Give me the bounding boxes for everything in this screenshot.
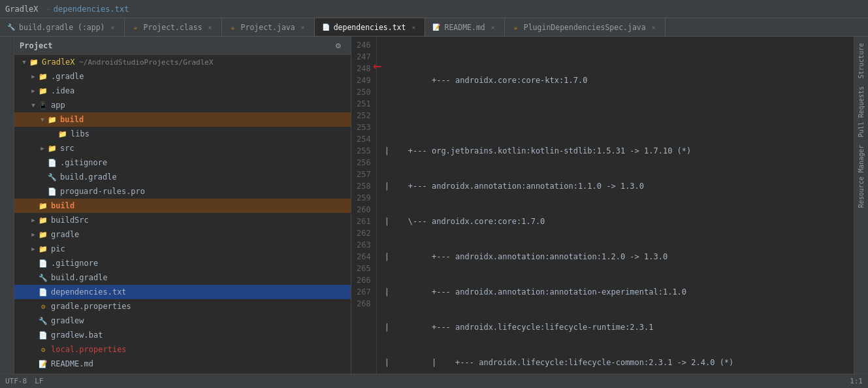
tree-item-pic[interactable]: ▶ 📁 pic xyxy=(14,242,351,256)
tab-close-icon[interactable]: ✕ xyxy=(298,23,308,32)
line-num: 261 xyxy=(357,216,371,227)
line-num: 255 xyxy=(357,145,371,157)
code-content[interactable]: +--- androidx.core:core-ktx:1.7.0 ← | +-… xyxy=(377,37,854,374)
title-bar: GradleX – dependencies.txt xyxy=(0,0,868,18)
tree-arrow-root: ▼ xyxy=(20,59,29,65)
tree-arrow: ▼ xyxy=(38,116,47,123)
tree-item-label: gradlew xyxy=(51,316,84,325)
tree-item-build-gradle-root[interactable]: 🔧 build.gradle xyxy=(14,270,351,285)
tree-item-build-root[interactable]: 📁 build xyxy=(14,199,351,213)
tree-item-src[interactable]: ▶ 📁 src xyxy=(14,141,351,155)
tree-item-label: .gitignore xyxy=(51,259,98,268)
tree-item-gradlew[interactable]: 🔧 gradlew xyxy=(14,314,351,328)
line-num: 262 xyxy=(357,227,371,239)
gitignore-root-icon: 📄 xyxy=(38,258,48,268)
tree-arrow: ▶ xyxy=(29,88,38,94)
tree-item-label: proguard-rules.pro xyxy=(60,187,145,196)
tree-item-build-app[interactable]: ▼ 📁 build xyxy=(14,112,351,127)
tab-close-icon[interactable]: ✕ xyxy=(489,23,498,32)
tab-project-java[interactable]: ☕ Project.java ✕ xyxy=(222,18,315,36)
folder-icon: 📁 xyxy=(38,229,48,240)
right-strip-resource-manager[interactable]: Resource Manager xyxy=(858,141,865,212)
line-num: 263 xyxy=(357,239,371,251)
tab-label: build.gradle (:app) xyxy=(19,23,105,32)
proguard-file-icon: 📄 xyxy=(47,186,57,197)
tree-item-gradle-hidden[interactable]: ▶ 📁 .gradle xyxy=(14,69,351,84)
title-separator: – xyxy=(46,5,51,14)
project-options-button[interactable]: ⚙ xyxy=(331,39,346,53)
status-bar: UTF-8 LF 1:1 xyxy=(0,374,868,388)
folder-icon: 📁 xyxy=(38,244,48,254)
tree-item-dependencies-txt[interactable]: 📄 dependencies.txt ← xyxy=(14,285,351,299)
line-num: 264 xyxy=(357,251,371,263)
tree-item-local-properties[interactable]: ⚙ local.properties xyxy=(14,342,351,357)
tree-item-build-gradle-app[interactable]: 🔧 build.gradle xyxy=(14,170,351,184)
tab-close-icon[interactable]: ✕ xyxy=(409,23,418,32)
code-line: | +--- androidx.annotation:annotation:1.… xyxy=(385,251,846,263)
tree-item-label: gradle xyxy=(51,230,79,239)
project-tree[interactable]: ▼ 📁 GradleX ~/AndroidStudioProjects/Grad… xyxy=(14,55,351,374)
tree-item-libs[interactable]: 📁 libs xyxy=(14,127,351,141)
tree-root-path: ~/AndroidStudioProjects/GradleX xyxy=(75,58,214,67)
src-folder-icon: 📁 xyxy=(47,143,57,154)
tree-item-label: app xyxy=(51,101,65,110)
tree-item-gradlew-bat[interactable]: 📄 gradlew.bat xyxy=(14,328,351,342)
tree-item-label: buildSrc xyxy=(51,216,89,225)
tree-item-proguard[interactable]: 📄 proguard-rules.pro xyxy=(14,184,351,199)
tree-item-label: src xyxy=(60,144,74,153)
tree-item-idea[interactable]: ▶ 📁 .idea xyxy=(14,84,351,98)
tree-item-gradle-properties[interactable]: ⚙ gradle.properties xyxy=(14,299,351,314)
tree-item-gitignore-root[interactable]: 📄 .gitignore xyxy=(14,256,351,270)
java-file-icon2: ☕ xyxy=(511,23,521,32)
tab-close-icon[interactable]: ✕ xyxy=(206,23,215,32)
line-num: 253 xyxy=(357,121,371,133)
tree-item-label: build xyxy=(60,115,84,124)
tree-item-readme[interactable]: 📝 README.md xyxy=(14,357,351,371)
tab-bar: 🔧 build.gradle (:app) ✕ ☕ Project.class … xyxy=(0,18,868,37)
tab-readme[interactable]: 📝 README.md ✕ xyxy=(425,18,504,36)
line-num: 247 xyxy=(357,51,371,63)
tab-close-icon[interactable]: ✕ xyxy=(649,23,658,32)
gradle-file-icon: 🔧 xyxy=(7,23,16,32)
code-line: | | +--- androidx.lifecycle:lifecycle-co… xyxy=(385,357,846,368)
gradle-root-icon: 🔧 xyxy=(38,272,48,283)
tree-item-label: build.gradle xyxy=(51,273,108,282)
tree-arrow: ▶ xyxy=(29,246,38,252)
root-folder-icon: 📁 xyxy=(29,57,39,67)
line-num: 251 xyxy=(357,98,371,110)
md-file-icon: 📝 xyxy=(432,23,441,32)
tab-label: dependencies.txt xyxy=(334,23,406,32)
tree-item-gitignore-app[interactable]: 📄 .gitignore xyxy=(14,155,351,170)
right-strip-pull-requests[interactable]: Pull Requests xyxy=(858,82,865,141)
status-line-ending: LF xyxy=(35,377,43,385)
right-strip-structure[interactable]: Structure xyxy=(858,39,865,82)
folder-icon: 📁 xyxy=(57,129,68,139)
line-num: 260 xyxy=(357,204,371,216)
line-num: 268 xyxy=(357,298,371,310)
tree-item-app[interactable]: ▼ 📱 app xyxy=(14,98,351,112)
txt-file-icon: 📄 xyxy=(321,23,330,32)
tab-label: README.md xyxy=(444,23,485,32)
code-area[interactable]: 246 247 248 249 250 251 252 253 254 255 … xyxy=(351,37,854,374)
build-root-folder-icon: 📁 xyxy=(38,201,48,211)
line-num: 258 xyxy=(357,180,371,192)
line-num: 248 xyxy=(357,63,371,74)
tree-root-item[interactable]: ▼ 📁 GradleX ~/AndroidStudioProjects/Grad… xyxy=(14,55,351,69)
tree-item-label: .gitignore xyxy=(60,158,107,167)
tree-arrow: ▶ xyxy=(29,73,38,80)
status-cursor: 1:1 xyxy=(850,377,863,385)
tree-item-label: README.md xyxy=(51,359,93,368)
tree-item-label: pic xyxy=(51,244,65,253)
tab-build-gradle-app[interactable]: 🔧 build.gradle (:app) ✕ xyxy=(0,18,125,36)
java-file-icon: ☕ xyxy=(229,23,238,32)
tab-close-icon[interactable]: ✕ xyxy=(108,23,118,32)
tree-item-buildsrc[interactable]: ▶ 📁 buildSrc xyxy=(14,213,351,227)
tree-item-label: gradle.properties xyxy=(51,302,131,311)
tab-dependencies-txt[interactable]: 📄 dependencies.txt ✕ xyxy=(315,18,426,36)
tab-plugin-dep-spec[interactable]: ☕ PluginDependenciesSpec.java ✕ xyxy=(505,18,666,36)
tree-arrow xyxy=(48,131,57,137)
tree-item-gradle-dir[interactable]: ▶ 📁 gradle xyxy=(14,227,351,242)
tab-label: Project.class xyxy=(144,23,202,32)
tab-project-class[interactable]: ☕ Project.class ✕ xyxy=(125,18,222,36)
line-num: 265 xyxy=(357,263,371,274)
